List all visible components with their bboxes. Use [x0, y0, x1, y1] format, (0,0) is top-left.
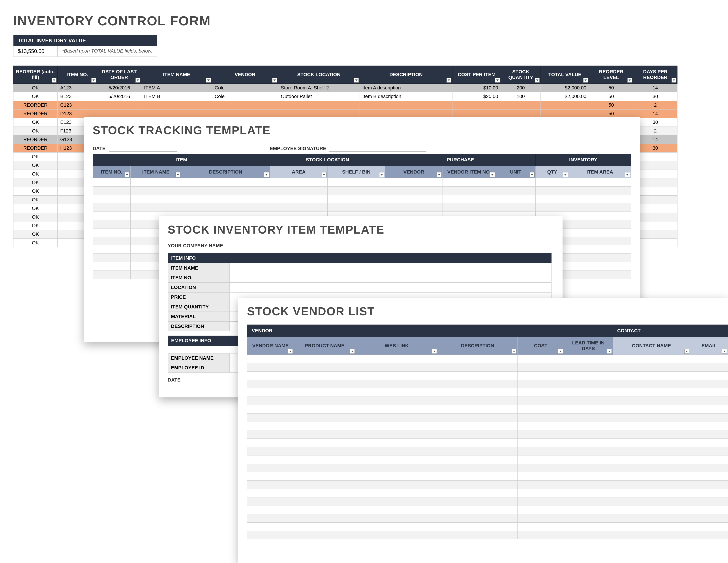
cell[interactable] [356, 514, 438, 523]
cell[interactable] [356, 355, 438, 363]
cell[interactable] [247, 439, 294, 447]
cell[interactable] [294, 372, 356, 380]
filter-icon[interactable] [350, 349, 355, 354]
cell[interactable] [438, 380, 517, 388]
cell[interactable]: $10.00 [452, 84, 501, 92]
cell[interactable] [247, 397, 294, 405]
inventory-col-header[interactable]: ITEM NO. [58, 66, 97, 84]
cell[interactable] [93, 212, 131, 220]
cell[interactable] [270, 186, 327, 195]
cell[interactable] [212, 101, 278, 109]
cell[interactable] [247, 472, 294, 481]
cell[interactable] [613, 506, 690, 514]
cell[interactable] [130, 203, 181, 212]
cell[interactable] [690, 355, 728, 363]
cell[interactable] [438, 414, 517, 422]
cell[interactable] [438, 523, 517, 531]
cell[interactable] [564, 430, 613, 439]
cell[interactable] [518, 397, 564, 405]
filter-icon[interactable] [563, 172, 568, 177]
cell[interactable]: Cole [212, 84, 278, 92]
cell[interactable] [690, 380, 728, 388]
cell[interactable] [93, 178, 131, 186]
cell[interactable] [564, 363, 613, 372]
cell[interactable] [294, 464, 356, 472]
inventory-col-header[interactable]: VENDOR [212, 66, 278, 84]
cell[interactable] [518, 472, 564, 481]
vendor-col-header[interactable]: CONTACT NAME [613, 337, 690, 355]
cell[interactable] [247, 456, 294, 464]
cell[interactable] [569, 254, 631, 262]
cell[interactable]: 30 [633, 118, 677, 127]
filter-icon[interactable] [447, 78, 451, 83]
cell[interactable] [247, 464, 294, 472]
cell[interactable] [690, 506, 728, 514]
cell[interactable] [438, 497, 517, 506]
cell[interactable] [141, 109, 212, 118]
cell[interactable] [564, 388, 613, 397]
cell[interactable] [633, 161, 677, 170]
cell[interactable]: 14 [633, 135, 677, 144]
cell[interactable] [518, 414, 564, 422]
cell[interactable] [613, 430, 690, 439]
cell[interactable] [247, 355, 294, 363]
tracking-col-header[interactable]: DESCRIPTION [181, 166, 270, 178]
cell[interactable]: 50 [589, 101, 633, 109]
cell[interactable]: OK [13, 213, 58, 221]
cell[interactable]: 5/20/2016 [97, 84, 141, 92]
cell[interactable] [356, 523, 438, 531]
filter-icon[interactable] [272, 78, 277, 83]
cell[interactable]: $2,000.00 [541, 92, 589, 101]
cell[interactable] [633, 187, 677, 195]
cell[interactable] [247, 380, 294, 388]
cell[interactable] [690, 464, 728, 472]
cell[interactable] [247, 447, 294, 456]
cell[interactable] [501, 101, 541, 109]
cell[interactable] [385, 203, 443, 212]
filter-icon[interactable] [432, 349, 437, 354]
cell[interactable]: Store Room A, Shelf 2 [278, 84, 360, 92]
cell[interactable]: OK [13, 84, 58, 92]
cell[interactable] [356, 430, 438, 439]
cell[interactable] [518, 497, 564, 506]
cell[interactable] [613, 380, 690, 388]
cell[interactable] [97, 101, 141, 109]
cell[interactable] [443, 178, 496, 186]
cell[interactable] [564, 464, 613, 472]
cell[interactable] [569, 270, 631, 279]
cell[interactable] [356, 372, 438, 380]
cell[interactable] [93, 245, 131, 254]
cell[interactable]: OK [13, 195, 58, 204]
cell[interactable] [247, 388, 294, 397]
cell[interactable] [356, 414, 438, 422]
tracking-col-header[interactable]: SHELF / BIN [327, 166, 385, 178]
cell[interactable] [438, 481, 517, 489]
tracking-col-header[interactable]: UNIT [496, 166, 536, 178]
filter-icon[interactable] [354, 78, 359, 83]
vendor-col-header[interactable]: VENDOR NAME [247, 337, 294, 355]
cell[interactable] [327, 178, 385, 186]
cell[interactable] [613, 372, 690, 380]
cell[interactable] [690, 430, 728, 439]
cell[interactable] [518, 363, 564, 372]
cell[interactable] [518, 506, 564, 514]
cell[interactable] [690, 489, 728, 497]
cell[interactable] [690, 363, 728, 372]
cell[interactable] [501, 109, 541, 118]
cell[interactable] [294, 489, 356, 497]
cell[interactable] [93, 270, 131, 279]
cell[interactable] [93, 228, 131, 237]
cell[interactable] [613, 531, 690, 539]
cell[interactable] [294, 514, 356, 523]
cell[interactable] [278, 101, 360, 109]
cell[interactable] [518, 464, 564, 472]
cell[interactable] [690, 497, 728, 506]
cell[interactable] [613, 497, 690, 506]
tracking-col-header[interactable]: ITEM NAME [130, 166, 181, 178]
cell[interactable] [518, 380, 564, 388]
filter-icon[interactable] [175, 172, 180, 177]
cell[interactable]: 5/20/2016 [97, 92, 141, 101]
cell[interactable] [613, 481, 690, 489]
cell[interactable] [93, 237, 131, 245]
cell[interactable] [518, 523, 564, 531]
